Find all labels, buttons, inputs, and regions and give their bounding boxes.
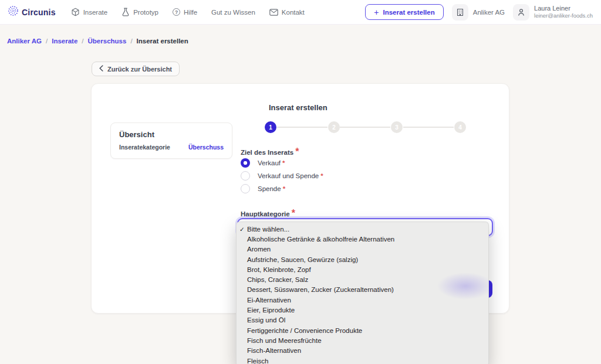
dropdown-option[interactable]: Essig und Öl (237, 315, 488, 325)
required-asterisk: * (320, 172, 323, 179)
dropdown-option[interactable]: Alkoholische Getränke & alkoholfreie Alt… (237, 234, 488, 244)
dropdown-option[interactable]: Aromen (237, 244, 488, 254)
radio-unselected-icon[interactable] (241, 184, 250, 193)
step-1: 1 (265, 121, 276, 133)
nav-item-label: Gut zu Wissen (211, 9, 255, 16)
nav-item-label: Prototyp (133, 9, 158, 16)
cube-icon (71, 8, 80, 16)
user-name: Laura Leiner (534, 5, 593, 13)
main-nav: Inserate Prototyp ? Hilfe Gut zu Wissen (71, 8, 305, 16)
overview-title: Übersicht (119, 130, 224, 139)
category-label: Hauptkategorie (241, 210, 290, 217)
help-icon: ? (173, 8, 180, 16)
category-dropdown-menu: ✓ Bitte wählen... Alkoholische Getränke … (236, 222, 489, 364)
step-2: 2 (328, 121, 340, 133)
dropdown-option[interactable]: Chips, Cracker, Salz (237, 274, 488, 284)
back-button-label: Zurück zur Übersicht (107, 66, 172, 73)
radio-selected-icon[interactable] (241, 158, 250, 168)
step-connector (340, 127, 390, 128)
dropdown-option[interactable]: Fisch und Meeresfrüchte (237, 335, 488, 345)
person-icon (513, 4, 529, 21)
nav-item-gut-zu-wissen[interactable]: Gut zu Wissen (211, 9, 255, 16)
nav-item-inserate[interactable]: Inserate (71, 8, 108, 16)
circunis-logo-icon (8, 5, 19, 19)
user-text: Laura Leiner leiner@anliker-foods.ch (534, 5, 593, 20)
plus-icon: + (374, 8, 379, 16)
dropdown-option[interactable]: Brot, Kleinbrote, Zopf (237, 264, 488, 274)
brand-name: Circunis (22, 8, 56, 17)
breadcrumb-separator: / (82, 38, 83, 45)
dropdown-option[interactable]: Ei-Alternativen (237, 295, 488, 305)
step-connector (403, 127, 454, 128)
required-asterisk: * (283, 185, 285, 192)
check-icon: ✓ (239, 226, 245, 233)
nav-item-prototyp[interactable]: Prototyp (121, 8, 158, 16)
overview-row-value[interactable]: Überschuss (188, 144, 224, 151)
building-icon (452, 4, 468, 21)
nav-item-hilfe[interactable]: ? Hilfe (173, 8, 197, 16)
company-chip[interactable]: Anliker AG (452, 4, 505, 21)
category-label-row: Hauptkategorie* (241, 208, 295, 219)
breadcrumb-current: Inserat erstellen (137, 38, 188, 45)
create-inserat-label: Inserat erstellen (383, 9, 435, 16)
user-chip[interactable]: Laura Leiner leiner@anliker-foods.ch (513, 4, 593, 21)
radio-label: Verkauf* (258, 159, 285, 166)
dropdown-option[interactable]: Aufstriche, Saucen, Gewürze (salzig) (237, 254, 488, 264)
header-right: + Inserat erstellen Anliker AG (365, 4, 593, 21)
dropdown-option[interactable]: Fertiggerichte / Convenience Produkte (237, 325, 488, 335)
overview-row: Inseratekategorie Überschuss (119, 144, 224, 151)
radio-option-verkauf-und-spende[interactable]: Verkauf und Spende* (241, 171, 323, 181)
mail-icon (269, 9, 278, 16)
form-title: Inserat erstellen (269, 103, 327, 112)
overview-panel: Übersicht Inseratekategorie Überschuss (110, 123, 232, 159)
required-asterisk: * (292, 208, 295, 218)
breadcrumb-link-inserate[interactable]: Inserate (52, 38, 77, 45)
required-asterisk: * (295, 147, 299, 157)
step-3: 3 (391, 121, 403, 133)
breadcrumb-separator: / (130, 38, 132, 45)
company-name: Anliker AG (473, 9, 505, 16)
back-to-overview-button[interactable]: Zurück zur Übersicht (92, 62, 180, 76)
breadcrumb: Anliker AG / Inserate / Überschuss / Ins… (7, 38, 188, 45)
required-asterisk: * (282, 159, 285, 166)
step-4: 4 (454, 121, 466, 133)
breadcrumb-separator: / (46, 38, 48, 45)
goal-label: Ziel des Inserats (241, 149, 293, 156)
goal-label-row: Ziel des Inserats* (241, 147, 299, 157)
dropdown-option-label: Bitte wählen... (247, 226, 289, 233)
dropdown-option[interactable]: Fleisch (237, 356, 488, 364)
top-navbar: Circunis Inserate Prototyp (0, 0, 601, 25)
radio-label: Verkauf und Spende* (258, 172, 323, 179)
nav-item-kontakt[interactable]: Kontakt (269, 9, 305, 16)
nav-item-label: Hilfe (184, 9, 197, 16)
overview-row-label: Inseratekategorie (119, 144, 170, 151)
flask-icon (121, 8, 130, 16)
radio-unselected-icon[interactable] (241, 171, 250, 181)
dropdown-option[interactable]: Eier, Eiprodukte (237, 305, 488, 315)
brand[interactable]: Circunis (8, 5, 56, 19)
breadcrumb-link-ueberschuss[interactable]: Überschuss (88, 38, 127, 45)
breadcrumb-link-anliker-ag[interactable]: Anliker AG (7, 38, 42, 45)
radio-option-spende[interactable]: Spende* (241, 184, 285, 193)
step-connector (277, 127, 327, 128)
user-email: leiner@anliker-foods.ch (534, 12, 593, 19)
nav-item-label: Inserate (83, 9, 108, 16)
radio-option-verkauf[interactable]: Verkauf* (241, 158, 285, 168)
page: Circunis Inserate Prototyp (0, 0, 601, 364)
nav-item-label: Kontakt (282, 9, 305, 16)
dropdown-option[interactable]: Dessert, Süsswaren, Zucker (Zuckeraltern… (237, 285, 488, 295)
create-inserat-button[interactable]: + Inserat erstellen (365, 4, 443, 20)
dropdown-option-selected[interactable]: ✓ Bitte wählen... (237, 224, 488, 234)
chevron-left-icon (99, 65, 103, 73)
dropdown-option[interactable]: Fisch-Alternativen (237, 346, 488, 356)
radio-label: Spende* (258, 185, 285, 192)
